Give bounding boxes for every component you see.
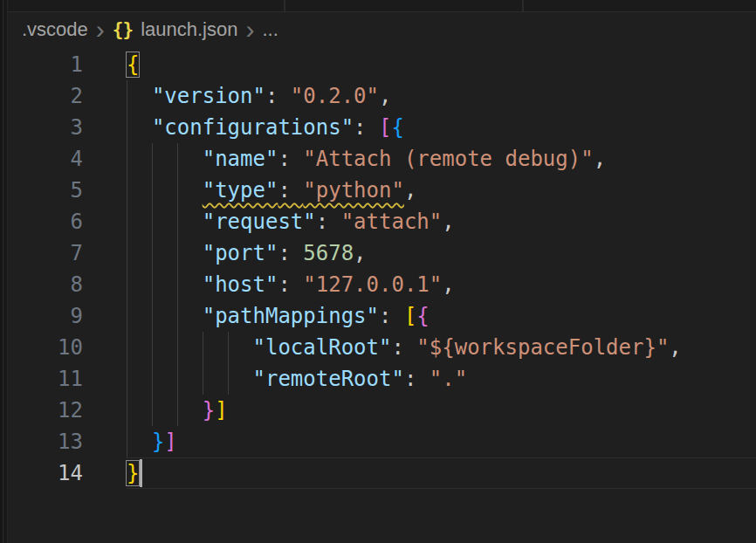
indent-guides — [127, 426, 152, 457]
code-line[interactable]: "host": "127.0.0.1", — [127, 269, 756, 300]
code-row: 3"configurations": [{ — [8, 112, 756, 143]
line-number[interactable]: 6 — [8, 206, 127, 237]
line-number[interactable]: 3 — [8, 112, 127, 143]
code-row: 5"type": "python", — [8, 175, 756, 206]
line-number[interactable]: 2 — [8, 80, 127, 112]
token: , — [354, 241, 366, 265]
token: "0.2.0" — [291, 84, 379, 108]
token: "pathMappings" — [203, 304, 379, 328]
breadcrumb-file[interactable]: launch.json — [141, 18, 237, 41]
code-row: 9"pathMappings": [{ — [8, 300, 756, 332]
token: "python" — [303, 178, 404, 203]
code-row: 8"host": "127.0.0.1", — [8, 269, 756, 300]
code-row: 1{ — [8, 49, 756, 80]
code-line[interactable]: "port": 5678, — [127, 237, 756, 269]
json-braces-icon: {} — [113, 19, 133, 40]
token: { — [416, 304, 429, 328]
chevron-right-icon: › — [245, 20, 254, 39]
line-number[interactable]: 1 — [8, 49, 127, 80]
indent-guides — [127, 175, 203, 206]
token: ] — [164, 430, 176, 454]
line-number[interactable]: 13 — [8, 426, 127, 457]
token: ] — [215, 398, 227, 423]
code-row: 13}] — [8, 426, 756, 457]
code-row: 2"version": "0.2.0", — [8, 80, 756, 112]
token: } — [203, 398, 215, 423]
token: "." — [430, 367, 467, 391]
token: "localRoot" — [252, 335, 391, 360]
code-row: 6"request": "attach", — [8, 206, 756, 237]
token: "127.0.0.1" — [303, 272, 442, 297]
token: "host" — [203, 272, 278, 297]
code-row: 7"port": 5678, — [8, 237, 756, 269]
token: { — [391, 115, 403, 140]
warning-squiggle: "type": "python" — [203, 178, 404, 203]
breadcrumb-symbol[interactable]: ... — [262, 18, 278, 41]
indent-guides — [127, 395, 203, 426]
indent-guides — [127, 332, 252, 363]
line-number[interactable]: 12 — [8, 395, 127, 426]
code-line[interactable]: "localRoot": "${workspaceFolder}", — [127, 332, 756, 363]
indent-guides — [127, 269, 203, 300]
code-line[interactable]: }] — [127, 426, 756, 457]
code-row: 11"remoteRoot": "." — [8, 363, 756, 395]
indent-guides — [127, 363, 252, 395]
line-number[interactable]: 5 — [8, 175, 127, 206]
token: : — [404, 367, 430, 391]
line-number[interactable]: 4 — [8, 143, 127, 175]
token: : — [391, 335, 416, 360]
breadcrumb: .vscode › {} launch.json › ... — [8, 12, 756, 47]
code-line[interactable]: "name": "Attach (remote debug)", — [127, 143, 756, 175]
code-line[interactable]: } — [127, 457, 756, 489]
line-number[interactable]: 8 — [8, 269, 127, 300]
token: [ — [379, 115, 391, 140]
line-number[interactable]: 7 — [8, 237, 127, 269]
token: , — [442, 210, 454, 234]
token: : — [278, 147, 303, 171]
window-left-edge — [0, 0, 8, 543]
token: "attach" — [341, 210, 443, 234]
code-line[interactable]: "version": "0.2.0", — [127, 80, 756, 112]
token: : — [278, 178, 303, 203]
token: : — [354, 115, 379, 140]
matched-bracket: } — [127, 461, 139, 485]
code-line[interactable]: { — [127, 49, 756, 80]
line-number[interactable]: 9 — [8, 300, 127, 332]
token: "Attach (remote debug)" — [303, 147, 593, 171]
code-line[interactable]: }] — [127, 395, 756, 426]
token: , — [442, 272, 454, 297]
code-line[interactable]: "type": "python", — [127, 175, 756, 206]
tab-separator — [284, 0, 285, 11]
code-line[interactable]: "request": "attach", — [127, 206, 756, 237]
code-area[interactable]: 1{2"version": "0.2.0",3"configurations":… — [8, 47, 756, 489]
token: : — [265, 84, 291, 108]
code-row: 12}] — [8, 395, 756, 426]
line-number[interactable]: 11 — [8, 363, 127, 395]
token: "${workspaceFolder}" — [416, 335, 669, 360]
token: : — [278, 241, 303, 265]
indent-guides — [127, 80, 152, 112]
token: "configurations" — [152, 115, 354, 140]
token: , — [594, 147, 606, 171]
indent-guides — [127, 237, 203, 269]
code-row: 4"name": "Attach (remote debug)", — [8, 143, 756, 175]
editor-group: .vscode › {} launch.json › ... 1{2"versi… — [8, 0, 756, 543]
code-line[interactable]: "pathMappings": [{ — [127, 300, 756, 332]
token: , — [669, 335, 681, 360]
tab-separator — [522, 0, 524, 11]
token: [ — [404, 304, 416, 328]
breadcrumb-folder[interactable]: .vscode — [22, 18, 88, 41]
token: , — [379, 84, 391, 108]
token: "remoteRoot" — [252, 367, 403, 391]
token: : — [316, 210, 341, 234]
line-number[interactable]: 10 — [8, 332, 127, 363]
token: } — [152, 430, 164, 454]
code-line[interactable]: "configurations": [{ — [127, 112, 756, 143]
code-line[interactable]: "remoteRoot": "." — [127, 363, 756, 395]
token: : — [278, 272, 303, 297]
indent-guides — [127, 206, 203, 237]
indent-guides — [127, 112, 152, 143]
tab-bar[interactable] — [8, 0, 756, 12]
line-number[interactable]: 14 — [8, 457, 127, 489]
token: 5678 — [303, 241, 354, 265]
